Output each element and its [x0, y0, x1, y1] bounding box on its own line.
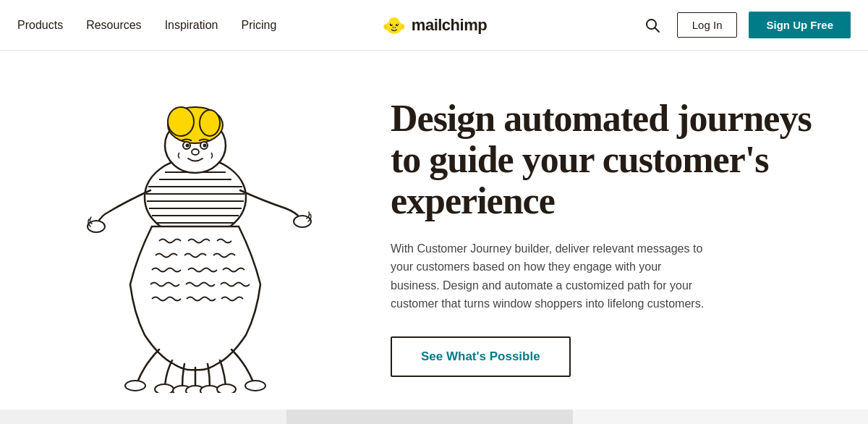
search-icon	[644, 17, 660, 33]
brand-name: mailchimp	[412, 16, 487, 35]
svg-point-5	[401, 25, 404, 28]
nav-item-pricing[interactable]: Pricing	[241, 19, 276, 32]
svg-point-32	[203, 144, 207, 148]
cta-button[interactable]: See What's Possible	[391, 336, 571, 377]
hero-content: Design automated journeys to guide your …	[362, 98, 825, 377]
hero-description: With Customer Journey builder, deliver r…	[391, 239, 709, 313]
hero-character-illustration	[65, 82, 326, 393]
hero-section: Design automated journeys to guide your …	[0, 51, 868, 410]
hero-title: Design automated journeys to guide your …	[391, 98, 825, 222]
svg-point-28	[200, 110, 220, 136]
mailchimp-monkey-icon	[381, 12, 407, 38]
signup-button[interactable]: Sign Up Free	[749, 12, 851, 38]
svg-point-36	[125, 381, 145, 391]
brand-logo[interactable]: mailchimp	[381, 12, 487, 38]
svg-point-13	[389, 17, 399, 25]
nav-left: Products Resources Inspiration Pricing	[17, 19, 276, 32]
svg-point-42	[245, 381, 265, 391]
nav-item-inspiration[interactable]: Inspiration	[165, 19, 218, 32]
login-button[interactable]: Log In	[677, 12, 738, 38]
svg-point-12	[395, 27, 396, 28]
hero-illustration	[43, 65, 347, 410]
svg-line-15	[655, 27, 659, 32]
nav-item-products[interactable]: Products	[17, 19, 63, 32]
navbar: Products Resources Inspiration Pricing	[0, 0, 868, 51]
svg-point-41	[217, 384, 236, 393]
svg-point-4	[385, 25, 388, 28]
bottom-strip	[0, 410, 868, 424]
svg-point-11	[393, 27, 394, 28]
nav-right: Log In Sign Up Free	[639, 12, 851, 38]
nav-item-resources[interactable]: Resources	[86, 19, 141, 32]
svg-point-37	[155, 384, 174, 393]
svg-point-31	[186, 144, 190, 148]
search-button[interactable]	[639, 12, 665, 38]
svg-point-27	[168, 107, 194, 136]
